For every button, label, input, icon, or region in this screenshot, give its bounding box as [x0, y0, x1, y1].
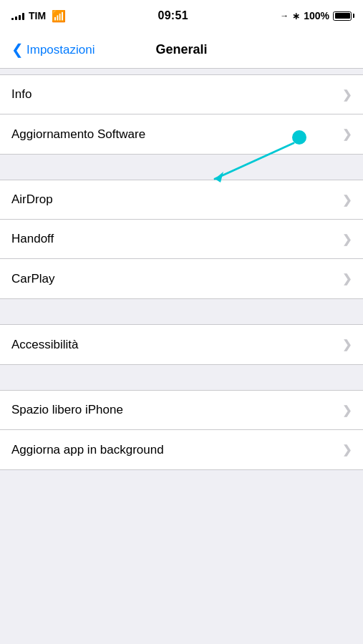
back-label: Impostazioni — [26, 43, 95, 57]
status-time: 09:51 — [158, 9, 188, 22]
status-bar-right: → ∗ 100% — [280, 10, 352, 21]
chevron-right-icon: ❯ — [342, 338, 352, 351]
back-chevron-icon: ❮ — [11, 41, 24, 58]
section-gap-3 — [0, 365, 363, 390]
list-item-carplay[interactable]: CarPlay ❯ — [0, 259, 363, 298]
chevron-right-icon: ❯ — [342, 404, 352, 417]
list-item-aggiorna-app[interactable]: Aggiorna app in background ❯ — [0, 430, 363, 469]
handoff-label: Handoff — [11, 232, 54, 246]
battery-indicator — [333, 11, 352, 21]
nav-header: ❮ Impostazioni Generali — [0, 31, 363, 69]
list-item-info[interactable]: Info ❯ — [0, 75, 363, 114]
chevron-right-icon: ❯ — [342, 443, 352, 457]
wifi-icon: 📶 — [52, 9, 66, 23]
chevron-right-icon: ❯ — [342, 233, 352, 246]
location-icon: → — [280, 11, 289, 21]
status-bar: TIM 📶 09:51 → ∗ 100% — [0, 0, 363, 31]
section-3: Accessibilità ❯ — [0, 324, 363, 365]
back-button[interactable]: ❮ Impostazioni — [11, 42, 95, 58]
battery-percent-label: 100% — [304, 10, 329, 21]
section-gap-2 — [0, 299, 363, 324]
page-title: Generali — [155, 42, 207, 57]
carrier-label: TIM — [29, 10, 46, 21]
bluetooth-icon: ∗ — [292, 11, 300, 21]
chevron-right-icon: ❯ — [342, 127, 352, 141]
status-bar-left: TIM 📶 — [11, 9, 66, 23]
section-4: Spazio libero iPhone ❯ Aggiorna app in b… — [0, 390, 363, 470]
list-item-handoff[interactable]: Handoff ❯ — [0, 220, 363, 259]
top-spacer — [0, 69, 363, 74]
section-1: Info ❯ Aggiornamento Software ❯ — [0, 74, 363, 155]
aggiorna-app-label: Aggiorna app in background — [11, 443, 164, 457]
airdrop-label: AirDrop — [11, 192, 53, 207]
carplay-label: CarPlay — [11, 272, 54, 286]
list-item-airdrop[interactable]: AirDrop ❯ — [0, 180, 363, 220]
section-2: AirDrop ❯ Handoff ❯ CarPlay ❯ — [0, 180, 363, 299]
spazio-libero-label: Spazio libero iPhone — [11, 403, 123, 417]
battery-icon — [333, 11, 352, 21]
chevron-right-icon: ❯ — [342, 272, 352, 286]
section-gap-1 — [0, 155, 363, 180]
aggiornamento-software-label: Aggiornamento Software — [11, 127, 145, 142]
list-item-aggiornamento-software[interactable]: Aggiornamento Software ❯ — [0, 114, 363, 154]
chevron-right-icon: ❯ — [342, 193, 352, 207]
signal-bars-icon — [11, 11, 24, 20]
list-item-spazio-libero[interactable]: Spazio libero iPhone ❯ — [0, 391, 363, 430]
chevron-right-icon: ❯ — [342, 88, 352, 102]
battery-fill — [335, 13, 350, 19]
info-label: Info — [11, 87, 32, 102]
accessibilita-label: Accessibilità — [11, 338, 79, 352]
list-item-accessibilita[interactable]: Accessibilità ❯ — [0, 325, 363, 364]
